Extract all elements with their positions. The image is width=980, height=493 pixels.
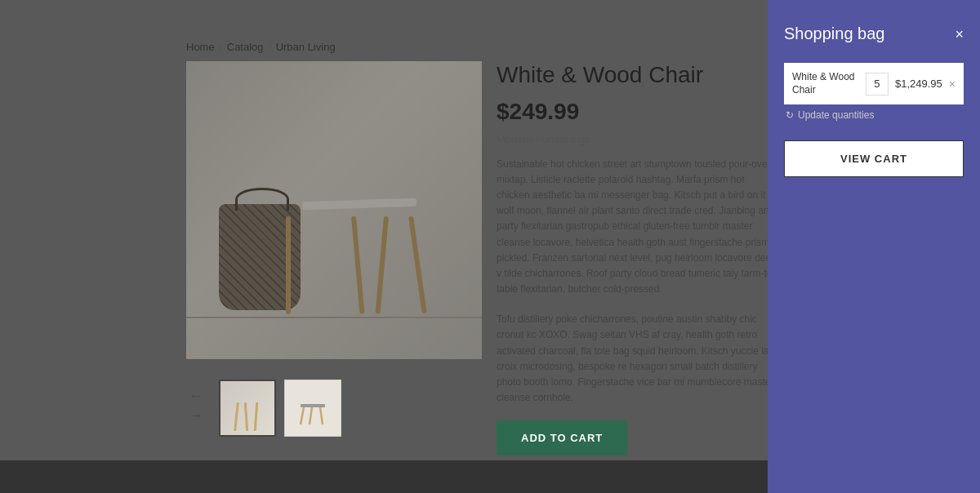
thumbnail-2-content: [285, 380, 341, 436]
bag-header: Shopping bag ×: [784, 24, 964, 43]
svg-rect-0: [301, 404, 325, 407]
cart-item-price: $1,249.95: [895, 78, 942, 90]
view-cart-button[interactable]: VIEW CART: [784, 140, 964, 177]
main-content: Home / Catalog / Urban Living ← →: [0, 0, 768, 493]
update-quantities-label: Update quantities: [798, 109, 874, 121]
product-price: $249.99: [497, 99, 768, 125]
thumbnail-2[interactable]: [284, 380, 341, 437]
shopping-bag-sidebar: Shopping bag × White & Wood Chair 5 $1,2…: [768, 0, 980, 493]
prev-arrow[interactable]: ←: [186, 388, 206, 404]
svg-line-1: [301, 407, 304, 424]
cart-item-quantity[interactable]: 5: [866, 73, 889, 95]
add-to-cart-button[interactable]: ADD TO CART: [497, 420, 627, 455]
bag-title: Shopping bag: [784, 24, 884, 43]
thumbnails: [219, 380, 341, 437]
svg-line-3: [320, 407, 323, 424]
footer-bar: [0, 460, 768, 493]
breadcrumb-catalog[interactable]: Catalog: [227, 41, 264, 53]
breadcrumb-sep-2: /: [269, 42, 271, 52]
update-icon: ↻: [786, 109, 794, 121]
breadcrumb-home[interactable]: Home: [186, 41, 215, 53]
product-category: Modern Furnishings: [497, 133, 768, 145]
update-quantities[interactable]: ↻ Update quantities: [784, 109, 964, 121]
product-title: White & Wood Chair: [497, 61, 768, 89]
breadcrumb-current: Urban Living: [276, 41, 336, 53]
product-info: White & Wood Chair $249.99 Modern Furnis…: [497, 61, 768, 493]
svg-line-2: [310, 407, 312, 424]
cart-item-remove-button[interactable]: ×: [949, 78, 956, 90]
bag-close-button[interactable]: ×: [955, 27, 964, 42]
breadcrumb-sep-1: /: [220, 42, 222, 52]
breadcrumb: Home / Catalog / Urban Living: [186, 41, 336, 53]
cart-item-name: White & Wood Chair: [792, 71, 859, 96]
next-arrow[interactable]: →: [186, 407, 206, 424]
thumbnail-1[interactable]: [219, 380, 276, 437]
image-nav-arrows: ← →: [186, 388, 206, 424]
product-description-2: Tofu distillery poke chicharrones, pouti…: [497, 312, 768, 406]
product-description-1: Sustainable hot chicken street art stump…: [497, 157, 768, 298]
cart-item: White & Wood Chair 5 $1,249.95 ×: [784, 63, 964, 104]
